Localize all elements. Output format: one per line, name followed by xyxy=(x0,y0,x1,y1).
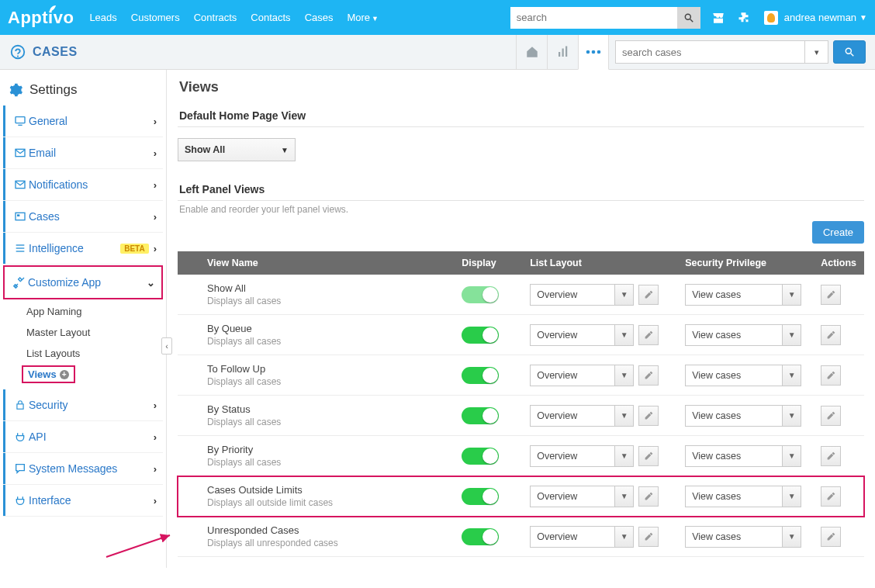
views-table: View Name Display List Layout Security P… xyxy=(178,251,864,557)
svg-rect-16 xyxy=(16,213,25,220)
id-card-icon xyxy=(12,210,29,223)
caret-down-icon: ▼ xyxy=(281,146,289,154)
chevron-right-icon: › xyxy=(154,147,157,159)
subitem-app-naming[interactable]: App Naming xyxy=(3,301,163,322)
puzzle-icon[interactable] xyxy=(738,11,752,25)
tab-stats[interactable] xyxy=(547,35,578,70)
caret-down-icon: ▼ xyxy=(615,526,634,548)
home-icon xyxy=(525,45,539,59)
default-view-value: Show All xyxy=(185,144,225,155)
page-search-input[interactable] xyxy=(615,40,805,64)
user-menu[interactable]: andrea newman ▼ xyxy=(764,11,867,25)
edit-list-layout-button[interactable] xyxy=(638,365,659,386)
edit-list-layout-button[interactable] xyxy=(638,486,659,507)
page-search-button[interactable] xyxy=(833,40,866,64)
list-layout-select[interactable]: Overview▼ xyxy=(530,365,634,386)
security-select[interactable]: View cases▼ xyxy=(685,284,805,306)
edit-list-layout-button[interactable] xyxy=(638,527,659,547)
sidebar-item-api[interactable]: API › xyxy=(3,421,163,452)
edit-list-layout-button[interactable] xyxy=(638,446,659,466)
edit-list-layout-button[interactable] xyxy=(638,285,659,305)
store-icon[interactable] xyxy=(711,11,725,25)
avatar-icon xyxy=(764,11,778,25)
list-layout-select[interactable]: Overview▼ xyxy=(530,284,634,306)
view-desc: Displays all cases xyxy=(207,417,446,427)
caret-down-icon: ▼ xyxy=(615,486,634,507)
nav-leads[interactable]: Leads xyxy=(89,12,116,23)
subitem-master-layout[interactable]: Master Layout xyxy=(3,322,163,343)
sidebar-item-label: Customize App xyxy=(28,276,147,289)
edit-list-layout-button[interactable] xyxy=(638,406,659,426)
sidebar-item-security[interactable]: Security › xyxy=(3,389,163,420)
display-toggle[interactable] xyxy=(462,286,499,303)
sidebar-item-general[interactable]: General › xyxy=(3,105,163,137)
tab-more[interactable] xyxy=(578,35,609,70)
create-button[interactable]: Create xyxy=(812,221,864,244)
nav-contacts[interactable]: Contacts xyxy=(251,12,290,23)
nav-cases[interactable]: Cases xyxy=(305,12,334,23)
ellipsis-icon xyxy=(586,50,601,54)
global-search-input[interactable] xyxy=(510,7,677,29)
subitem-list-layouts[interactable]: List Layouts xyxy=(3,343,163,364)
svg-line-11 xyxy=(851,54,854,57)
nav-customers[interactable]: Customers xyxy=(131,12,180,23)
security-select[interactable]: View cases▼ xyxy=(685,445,805,467)
nav-contracts[interactable]: Contracts xyxy=(194,12,237,23)
row-edit-button[interactable] xyxy=(821,365,841,386)
list-layout-select[interactable]: Overview▼ xyxy=(530,445,634,467)
svg-line-22 xyxy=(106,535,170,557)
page-search-dropdown[interactable]: ▾ xyxy=(805,40,828,64)
display-toggle[interactable] xyxy=(462,367,499,384)
display-toggle[interactable] xyxy=(462,327,499,344)
chevron-right-icon: › xyxy=(154,399,157,411)
list-layout-select[interactable]: Overview▼ xyxy=(530,405,634,427)
security-select[interactable]: View cases▼ xyxy=(685,486,805,507)
list-layout-select[interactable]: Overview▼ xyxy=(530,486,634,507)
nav-more[interactable]: More▼ xyxy=(347,12,379,23)
view-name: By Queue xyxy=(207,323,446,334)
table-row: Cases Outside LimitsDisplays all outside… xyxy=(178,476,864,517)
sidebar-item-interface[interactable]: Interface › xyxy=(3,485,163,516)
sidebar-item-customize-app[interactable]: Customize App ⌄ xyxy=(5,267,161,298)
list-layout-select[interactable]: Overview▼ xyxy=(530,324,634,346)
caret-down-icon: ▼ xyxy=(783,365,801,386)
edit-list-layout-button[interactable] xyxy=(638,325,659,345)
row-edit-button[interactable] xyxy=(821,325,841,345)
row-edit-button[interactable] xyxy=(821,486,841,507)
logo[interactable]: Apptivo xyxy=(8,8,74,28)
global-search-button[interactable] xyxy=(677,7,700,29)
security-select[interactable]: View cases▼ xyxy=(685,324,805,346)
sidebar-item-cases[interactable]: Cases › xyxy=(3,201,163,232)
svg-point-3 xyxy=(17,55,19,57)
sidebar-item-label: Intelligence xyxy=(29,242,120,254)
caret-down-icon: ▼ xyxy=(783,284,801,306)
table-row: By StatusDisplays all casesOverview▼View… xyxy=(178,396,864,436)
security-select[interactable]: View cases▼ xyxy=(685,365,805,386)
caret-down-icon: ▼ xyxy=(783,445,801,467)
display-toggle[interactable] xyxy=(462,407,499,424)
row-edit-button[interactable] xyxy=(821,285,841,305)
monitor-icon xyxy=(12,115,29,127)
sidebar-item-notifications[interactable]: Notifications › xyxy=(3,169,163,200)
default-view-select[interactable]: Show All ▼ xyxy=(178,138,296,161)
row-edit-button[interactable] xyxy=(821,446,841,466)
list-layout-select[interactable]: Overview▼ xyxy=(530,526,634,548)
tab-home[interactable] xyxy=(516,35,547,70)
row-edit-button[interactable] xyxy=(821,406,841,426)
view-desc: Displays all unresponded cases xyxy=(207,538,446,548)
row-edit-button[interactable] xyxy=(821,527,841,547)
security-select[interactable]: View cases▼ xyxy=(685,405,805,427)
table-row: To Follow UpDisplays all casesOverview▼V… xyxy=(178,355,864,396)
sidebar-item-intelligence[interactable]: Intelligence BETA › xyxy=(3,233,163,264)
sidebar-item-email[interactable]: Email › xyxy=(3,137,163,168)
plug-icon xyxy=(12,431,29,443)
subitem-views[interactable]: Views + xyxy=(28,368,69,380)
sidebar-item-system-messages[interactable]: System Messages › xyxy=(3,453,163,484)
security-select[interactable]: View cases▼ xyxy=(685,526,805,548)
svg-point-10 xyxy=(846,48,851,54)
display-toggle[interactable] xyxy=(462,448,499,465)
display-toggle[interactable] xyxy=(462,488,499,505)
display-toggle[interactable] xyxy=(462,528,499,545)
col-list-layout: List Layout xyxy=(522,251,677,275)
plus-circle-icon[interactable]: + xyxy=(60,370,69,379)
